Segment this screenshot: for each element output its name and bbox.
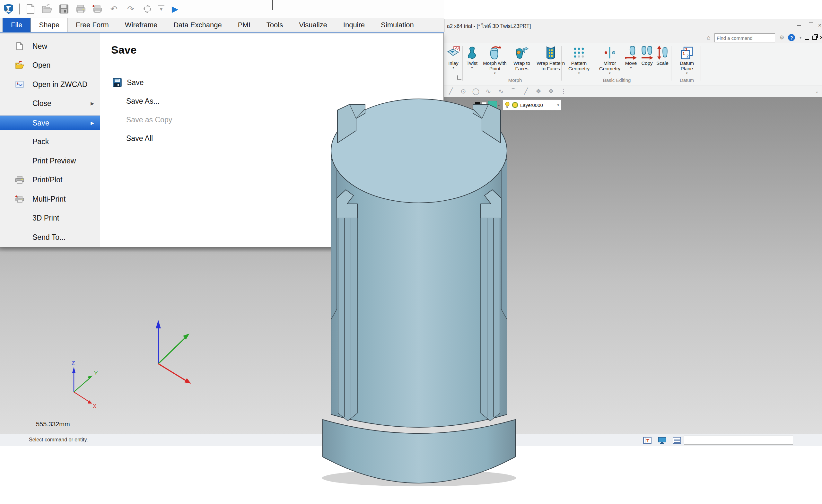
window-close-button[interactable]: × [816, 22, 822, 29]
home-icon[interactable]: ⌂ [705, 33, 713, 42]
template-manager-icon[interactable]: T [643, 436, 652, 444]
group-label-morph: Morph [464, 77, 566, 83]
datum-plane-icon: 312 [674, 45, 700, 60]
arc-3pt-icon[interactable]: ⌒ [509, 87, 517, 96]
find-command-box [715, 33, 775, 42]
mirror-geometry-dropdown-icon[interactable]: ▾ [595, 71, 625, 75]
menu-bar: File Shape Free Form Wireframe Data Exch… [0, 18, 444, 33]
window-title-bar: a2 x64 trial - [* ไฟล์ 3D Twist.Z3PRT] × [444, 19, 822, 32]
floppy-icon [113, 78, 122, 87]
monitor-icon[interactable] [658, 436, 667, 444]
file-menu-item-3d-print[interactable]: 3D Print [0, 211, 100, 225]
window-minimize-button[interactable] [795, 22, 803, 29]
menu-tab-tools[interactable]: Tools [259, 18, 291, 32]
multi-printer-icon [15, 194, 24, 203]
spline-point-icon[interactable]: ∿ [484, 87, 492, 95]
twist-icon [464, 45, 480, 60]
file-menu-item-new[interactable]: New [0, 39, 100, 53]
twist-dropdown-icon[interactable]: ▾ [464, 66, 480, 70]
line-2pt-icon[interactable]: ╱ [447, 87, 455, 95]
wrap-to-faces-icon [509, 45, 534, 60]
mirror-geometry-icon [595, 45, 625, 60]
pattern-geometry-dropdown-icon[interactable]: ▾ [564, 71, 594, 75]
status-separator [637, 436, 637, 445]
window-edge-line [272, 0, 273, 10]
menu-tab-pmi[interactable]: PMI [230, 18, 259, 32]
solid-b-icon[interactable]: ❖ [547, 87, 555, 95]
menu-tab-shape[interactable]: Shape [30, 18, 68, 32]
datum-plane-dropdown-icon[interactable]: ▾ [674, 71, 700, 75]
toolbar-separator [19, 4, 20, 14]
multi-print-icon[interactable] [91, 3, 103, 15]
collapse-ribbon-icon[interactable]: ⌄ [815, 89, 819, 94]
move-dropdown-icon[interactable]: ▾ [623, 66, 639, 70]
scale-readout: 555.332mm [36, 421, 70, 428]
play-icon[interactable]: ▶ [169, 3, 181, 15]
menu-tab-simulation[interactable]: Simulation [373, 18, 422, 32]
status-input-box[interactable] [684, 436, 793, 445]
menu-tab-file[interactable]: File [3, 18, 30, 32]
layer-dropdown-icon[interactable]: ▾ [557, 103, 559, 107]
menu-tab-visualize[interactable]: Visualize [291, 18, 335, 32]
file-menu-item-send-to[interactable]: Send To... [0, 230, 100, 244]
save-submenu-item-save-as[interactable]: Save As... [126, 94, 159, 108]
menu-tab-inquire[interactable]: Inquire [335, 18, 373, 32]
save-submenu-item-save[interactable]: Save [113, 75, 143, 90]
group-separator [561, 46, 561, 81]
morph-with-point-dropdown-icon[interactable]: ▾ [481, 71, 509, 75]
window-restore-button[interactable] [806, 22, 814, 29]
new-file-icon[interactable] [24, 3, 37, 15]
output-list-icon[interactable] [672, 436, 681, 444]
morph-dialog-launcher-icon[interactable] [457, 75, 461, 80]
file-menu-item-open-in-zwcad[interactable]: Open in ZWCAD [0, 77, 100, 91]
save-submenu-title: Save [111, 44, 136, 56]
file-menu-item-open[interactable]: Open [0, 58, 100, 72]
model-cylinder[interactable] [316, 95, 522, 486]
group-label-basic-editing: Basic Editing [564, 77, 670, 83]
spline-icon[interactable]: ∿ [497, 87, 505, 95]
group-separator [671, 46, 672, 81]
document-close-button[interactable]: × [818, 33, 822, 42]
overflow-icon[interactable]: ⋮ [560, 87, 567, 95]
save-icon[interactable] [58, 3, 70, 15]
menu-tab-wireframe[interactable]: Wireframe [117, 18, 165, 32]
solid-a-icon[interactable]: ❖ [535, 87, 542, 95]
ribbon: Inlay ▾ Twist ▾ Morph with Point ▾ Wrap … [444, 43, 822, 85]
group-label-datum: Datum [674, 77, 700, 83]
copy-icon [640, 45, 655, 60]
file-menu-item-save[interactable]: Save ▶ [0, 115, 100, 130]
line-icon[interactable]: ╱ [522, 87, 530, 95]
submenu-arrow-icon: ▶ [90, 120, 94, 125]
print-icon[interactable] [74, 3, 87, 15]
svg-text:2: 2 [687, 54, 689, 58]
redo-icon[interactable]: ↷ [124, 3, 137, 15]
file-menu-item-multi-print[interactable]: Multi-Print [0, 192, 100, 206]
printer-icon [15, 175, 24, 184]
save-submenu-item-save-as-copy[interactable]: Save as Copy [126, 113, 172, 127]
axis-z-label: Z [72, 360, 75, 366]
undo-icon[interactable]: ↶ [108, 3, 120, 15]
circle-center-icon[interactable]: ⊙ [459, 87, 467, 95]
status-message: Select command or entity. [29, 437, 88, 443]
menu-tab-data-exchange[interactable]: Data Exchange [165, 18, 230, 32]
inlay-dropdown-icon[interactable]: ▾ [444, 66, 462, 70]
regen-icon[interactable] [141, 3, 153, 15]
wrap-pattern-to-faces-icon [535, 45, 566, 60]
menu-tab-free-form[interactable]: Free Form [68, 18, 117, 32]
file-menu-item-pack[interactable]: Pack [0, 134, 100, 149]
circle-3pt-icon[interactable]: ◯ [472, 87, 480, 95]
open-file-icon[interactable] [41, 3, 53, 15]
save-submenu-item-save-all[interactable]: Save All [126, 131, 153, 145]
find-command-input[interactable] [715, 35, 783, 41]
zwcad-icon [15, 80, 24, 89]
customize-toolbar-icon[interactable]: ▾ [158, 5, 164, 13]
file-menu-item-print-plot[interactable]: Print/Plot [0, 173, 100, 187]
scale-icon [655, 45, 670, 60]
file-menu-item-print-preview[interactable]: Print Preview [0, 154, 100, 168]
file-menu-item-close[interactable]: Close ▶ [0, 96, 100, 110]
layer-name: Layer0000 [520, 102, 555, 108]
document-minimize-button[interactable] [803, 33, 811, 42]
settings-gear-icon[interactable]: ⚙ [778, 33, 786, 42]
inlay-icon [444, 45, 462, 60]
help-icon[interactable]: ? [787, 33, 796, 42]
